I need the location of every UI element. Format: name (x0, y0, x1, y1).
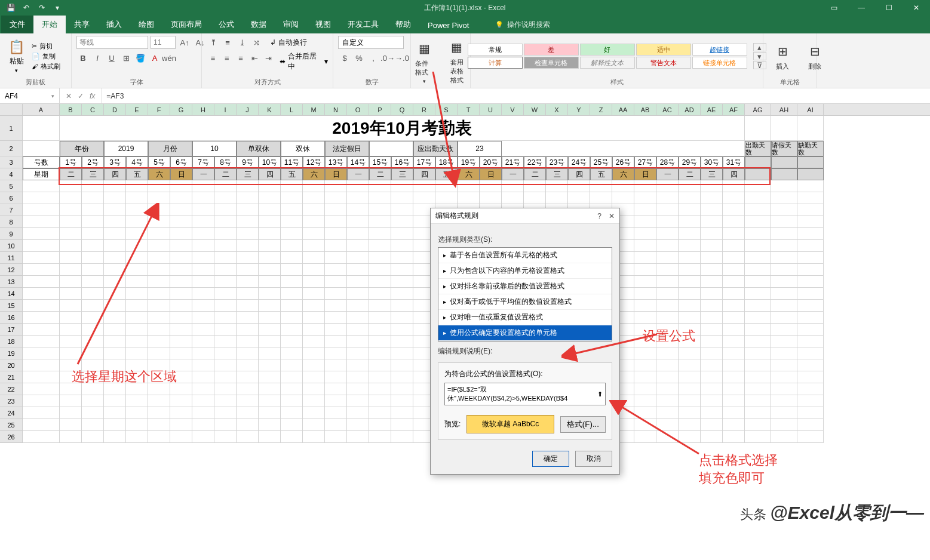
enter-fx-icon[interactable]: ✓ (78, 92, 84, 100)
col-U[interactable]: U (480, 104, 502, 115)
style-warn[interactable]: 警告文本 (636, 57, 691, 69)
dec-dec-icon[interactable]: →.0 (395, 51, 409, 64)
row-26[interactable]: 26 (0, 431, 23, 443)
tab-draw[interactable]: 绘图 (130, 16, 162, 33)
col-F[interactable]: F (148, 104, 170, 115)
row-17[interactable]: 17 (0, 324, 23, 336)
paste-button[interactable]: 📋粘贴▾ (5, 38, 28, 75)
row-18[interactable]: 18 (0, 336, 23, 347)
bold-icon[interactable]: B (76, 51, 90, 64)
range-picker-icon[interactable]: ⬆ (597, 390, 603, 398)
col-X[interactable]: X (546, 104, 568, 115)
redo-icon[interactable]: ↷ (35, 1, 49, 14)
ribbon-opts-icon[interactable]: ▭ (820, 0, 848, 16)
tab-review[interactable]: 审阅 (275, 16, 307, 33)
sheet-title[interactable]: 2019年10月考勤表 (60, 116, 745, 141)
row-24[interactable]: 24 (0, 407, 23, 419)
col-AB[interactable]: AB (634, 104, 656, 115)
qat-more-icon[interactable]: ▾ (50, 1, 65, 14)
style-calc[interactable]: 计算 (468, 57, 523, 69)
table-format-button[interactable]: ▦套用 表格格式 (443, 36, 471, 86)
inc-dec-icon[interactable]: .0→ (381, 51, 394, 64)
col-W[interactable]: W (524, 104, 546, 115)
col-E[interactable]: E (126, 104, 148, 115)
col-A[interactable]: A (23, 104, 60, 115)
row-22[interactable]: 22 (0, 383, 23, 395)
col-AG[interactable]: AG (745, 104, 771, 115)
rule-item-4[interactable]: 仅对唯一值或重复值设置格式 (438, 310, 612, 325)
col-H[interactable]: H (192, 104, 214, 115)
tab-view[interactable]: 视图 (307, 16, 339, 33)
col-AF[interactable]: AF (723, 104, 745, 115)
row-25[interactable]: 25 (0, 419, 23, 431)
tab-dev[interactable]: 开发工具 (339, 16, 387, 33)
tab-layout[interactable]: 页面布局 (162, 16, 210, 33)
style-normal[interactable]: 常规 (468, 44, 523, 56)
percent-icon[interactable]: % (352, 51, 366, 64)
col-V[interactable]: V (502, 104, 524, 115)
fx-icon[interactable]: fx (90, 92, 95, 100)
row-23[interactable]: 23 (0, 395, 23, 407)
col-R[interactable]: R (413, 104, 435, 115)
cancel-fx-icon[interactable]: ✕ (66, 92, 72, 100)
row-11[interactable]: 11 (0, 252, 23, 264)
col-N[interactable]: N (325, 104, 347, 115)
row-2[interactable]: 2 (0, 141, 23, 156)
row-14[interactable]: 14 (0, 288, 23, 300)
grow-font-icon[interactable]: A↑ (178, 36, 191, 49)
cut-button[interactable]: ✂ 剪切 (32, 42, 60, 51)
align-left-icon[interactable]: ≡ (207, 51, 219, 64)
col-G[interactable]: G (170, 104, 192, 115)
rule-item-2[interactable]: 仅对排名靠前或靠后的数值设置格式 (438, 279, 612, 294)
phonetic-icon[interactable]: wén (162, 51, 176, 64)
row-20[interactable]: 20 (0, 359, 23, 371)
tell-me[interactable]: 操作说明搜索 (489, 16, 556, 33)
col-AC[interactable]: AC (656, 104, 679, 115)
col-AI[interactable]: AI (797, 104, 824, 115)
style-check[interactable]: 检查单元格 (524, 57, 579, 69)
row-13[interactable]: 13 (0, 276, 23, 288)
ok-button[interactable]: 确定 (532, 451, 569, 467)
styles-gallery[interactable]: 常规 差 好 适中 超链接 计算 检查单元格 解释性文本 警告文本 链接单元格 (468, 44, 747, 69)
row-9[interactable]: 9 (0, 228, 23, 240)
cancel-button[interactable]: 取消 (575, 451, 612, 467)
tab-insert[interactable]: 插入 (98, 16, 130, 33)
format-button[interactable]: 格式(F)... (560, 416, 606, 433)
row-15[interactable]: 15 (0, 300, 23, 312)
comma-icon[interactable]: , (367, 51, 380, 64)
style-explain[interactable]: 解释性文本 (580, 57, 635, 69)
row-7[interactable]: 7 (0, 204, 23, 216)
font-color-icon[interactable]: A (148, 51, 161, 64)
tab-formula[interactable]: 公式 (210, 16, 243, 33)
row-10[interactable]: 10 (0, 240, 23, 252)
underline-icon[interactable]: U (105, 51, 118, 64)
col-J[interactable]: J (237, 104, 259, 115)
row3-label[interactable]: 号数 (23, 156, 60, 168)
col-Z[interactable]: Z (590, 104, 612, 115)
dialog-help-icon[interactable]: ? (597, 212, 601, 220)
row-8[interactable]: 8 (0, 216, 23, 228)
rule-item-1[interactable]: 只为包含以下内容的单元格设置格式 (438, 263, 612, 279)
col-AH[interactable]: AH (771, 104, 797, 115)
orient-icon[interactable]: ⤭ (250, 36, 263, 49)
row-3[interactable]: 3 (0, 156, 23, 168)
rule-item-5[interactable]: 使用公式确定要设置格式的单元格 (438, 325, 612, 341)
col-Q[interactable]: Q (391, 104, 413, 115)
wrap-button[interactable]: ↲ 自动换行 (270, 36, 307, 49)
tab-data[interactable]: 数据 (243, 16, 275, 33)
style-good[interactable]: 好 (580, 44, 635, 56)
col-B[interactable]: B (60, 104, 82, 115)
select-all-corner[interactable] (0, 104, 23, 115)
delete-cells-button[interactable]: ⊟删除 (800, 41, 829, 72)
name-box[interactable]: AF4▾ (0, 88, 60, 103)
save-icon[interactable]: 💾 (4, 1, 18, 14)
undo-icon[interactable]: ↶ (19, 1, 33, 14)
fill-icon[interactable]: 🪣 (134, 51, 147, 64)
currency-icon[interactable]: $ (338, 51, 351, 64)
align-center-icon[interactable]: ≡ (220, 51, 233, 64)
row-16[interactable]: 16 (0, 312, 23, 324)
col-D[interactable]: D (104, 104, 126, 115)
style-link[interactable]: 超链接 (692, 44, 747, 56)
col-AE[interactable]: AE (701, 104, 723, 115)
align-mid-icon[interactable]: ≡ (221, 36, 234, 49)
